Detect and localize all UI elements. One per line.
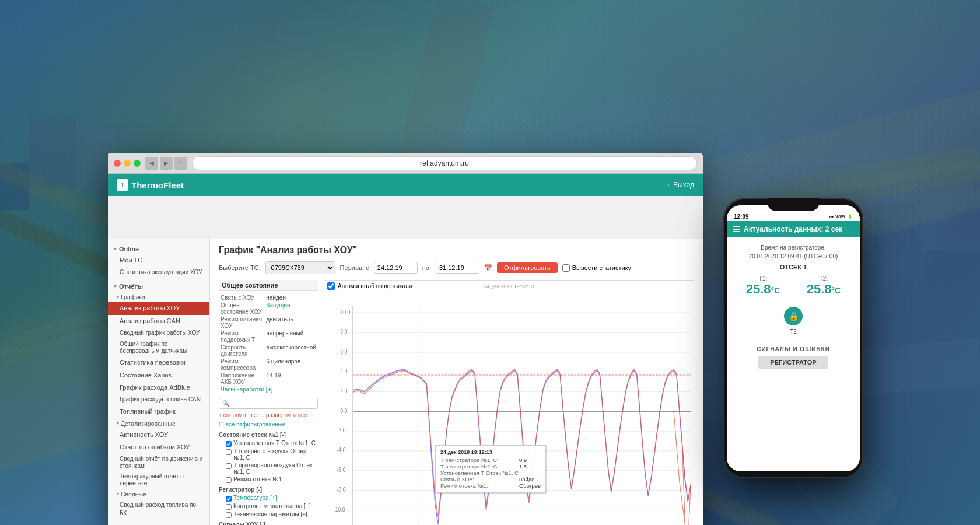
phone-lock-icon: 🔒 (784, 307, 803, 326)
stats-checkbox-label[interactable]: Вывести статистику (562, 264, 631, 272)
sidebar-item-activity[interactable]: Активность ХОУ (108, 429, 209, 441)
date-to-input[interactable] (436, 262, 480, 274)
phone-t1-value: 25.8°C (746, 282, 780, 297)
tree-item-control[interactable]: Контроль вмешательства [+] (219, 502, 318, 510)
svg-rect-5 (922, 187, 980, 251)
sidebar-item-mytc[interactable]: Мои ТС (108, 254, 209, 267)
status-row: Часы наработки [+] (219, 386, 318, 393)
control-checkbox[interactable] (226, 504, 232, 510)
app-logo: T ThermoFleet (117, 179, 184, 191)
temperature-checkbox[interactable] (226, 496, 232, 502)
logout-button[interactable]: → Выход (664, 181, 694, 189)
maximize-dot[interactable] (134, 160, 141, 167)
search-input[interactable] (219, 398, 318, 409)
tc-select[interactable]: 0799СК759 (265, 261, 335, 274)
svg-text:6.0: 6.0 (340, 348, 348, 355)
sidebar-item-fuel-chart[interactable]: Топливный график (108, 405, 209, 418)
filter-actions: ↑ свернуть все ↓ развернуть все (219, 412, 318, 418)
wifi-icon: WiFi (835, 214, 845, 219)
sidebar-item-xarios[interactable]: Состояние Xarios (108, 369, 209, 382)
close-dot[interactable] (114, 160, 121, 167)
tree-item-supply-air[interactable]: Т отпорного воздуха Отсек №1, С (219, 447, 318, 461)
phone-time: 12:09 (734, 214, 749, 220)
tree-item-section-mode[interactable]: Режим отсека №1 (219, 475, 318, 484)
sidebar-item-analysis-can[interactable]: Анализ работы CAN (108, 315, 209, 327)
tree-section-signals[interactable]: Сигналы ХОУ [-] (219, 520, 318, 525)
phone-t2: T2: 25.8°C (807, 275, 841, 297)
tree-item-return-air[interactable]: Т притворного воздуха Отсек №1, С (219, 461, 318, 475)
url-bar[interactable]: ref.advantum.ru (192, 156, 697, 170)
sidebar-header-online[interactable]: Online (108, 244, 209, 254)
svg-rect-1 (29, 117, 76, 187)
sidebar-item-fuel-can[interactable]: График расхода топлива CAN (108, 394, 209, 405)
phone-notch (767, 198, 820, 211)
status-row: Режим питания ХОУ двигатель (219, 316, 318, 330)
sidebar-item-wireless[interactable]: Общий график по беспроводным датчикам (108, 339, 209, 356)
sidebar-item-temp-report[interactable]: Температурный отчёт о перевозке (108, 471, 209, 489)
sidebar-group-detailed[interactable]: Детализированные (108, 418, 209, 429)
forward-button[interactable]: ▶ (160, 157, 173, 170)
stats-checkbox[interactable] (562, 264, 570, 272)
phone-screen: 12:09 ▪▪▪ WiFi 🔋 ☰ Актуальность данных: … (727, 205, 860, 471)
svg-text:10.0: 10.0 (340, 309, 350, 316)
status-row: Скорость двигателя высокоскоростной (219, 344, 318, 358)
chart-area[interactable]: Автомасштаб по вертикали 24 дек 2019 19:… (324, 280, 694, 525)
tree-section-registrator[interactable]: Регистратор [-] (219, 485, 318, 494)
main-content: График "Анализ работы ХОУ" Выберите ТС: … (210, 239, 703, 525)
status-row: Напряжение АКБ ХОУ 14.19 (219, 372, 318, 386)
phone-body: Время на регистраторе: 20.01.2020 12:09:… (727, 237, 860, 471)
sidebar-item-summary-chart[interactable]: Сводный график работы ХОУ (108, 327, 209, 339)
svg-text:2.0: 2.0 (340, 387, 348, 394)
sidebar-group-charts[interactable]: Графики (108, 292, 209, 302)
sidebar-item-errors[interactable]: Отчёт по ошибкам ХОУ (108, 441, 209, 453)
tree-item-tech-params[interactable]: Технические параметры [+] (219, 510, 318, 519)
filter-button[interactable]: Отфильтровать (497, 262, 558, 273)
hamburger-icon[interactable]: ☰ (733, 225, 740, 234)
expand-all-btn[interactable]: ↓ развернуть все (261, 412, 307, 418)
filter-bar: Выберите ТС: 0799СК759 Период: с по: 📅 О… (219, 261, 694, 274)
supply-air-checkbox[interactable] (226, 449, 232, 455)
select-filtered-btn[interactable]: ☐ все отфильтрованные (219, 421, 318, 428)
section-mode-checkbox[interactable] (226, 477, 232, 483)
date-from-input[interactable] (374, 262, 418, 274)
browser-navigation: ◀ ▶ + (145, 157, 187, 170)
sidebar-item-fuel-summary[interactable]: Сводный расход топлива по БК (108, 499, 209, 519)
new-tab-button[interactable]: + (174, 157, 187, 170)
phone-t1: T1: 25.8°C (746, 275, 780, 297)
return-air-checkbox[interactable] (226, 463, 232, 469)
tree-item-temperature[interactable]: Температура [+] (219, 494, 318, 502)
page-title: График "Анализ работы ХОУ" (219, 245, 694, 256)
status-row: Режим компрессора 6 цилиндров (219, 358, 318, 372)
svg-rect-4 (875, 204, 916, 257)
phone-status-icons: ▪▪▪ WiFi 🔋 (829, 214, 853, 219)
svg-text:0.0: 0.0 (340, 407, 348, 414)
tree-item-temp-set[interactable]: Установленная Т Отсек №1, С (219, 439, 318, 447)
temp-set-checkbox[interactable] (226, 441, 232, 447)
minimize-dot[interactable] (124, 160, 131, 167)
tree-section-1[interactable]: Состояние отсек №1 [-] (219, 430, 318, 439)
sidebar-group-summary[interactable]: Сводные (108, 489, 209, 499)
phone-registrator-button[interactable]: РЕГИСТРАТОР (758, 356, 828, 369)
back-button[interactable]: ◀ (145, 157, 158, 170)
sidebar-item-transport-stats[interactable]: Статистика перевозки (108, 356, 209, 369)
sidebar-item-movement[interactable]: Сводный отчёт по движению и стоянкам (108, 454, 209, 471)
autoscale-label: Автомасштаб по вертикали (338, 283, 412, 289)
sidebar-header-reports[interactable]: Отчёты (108, 281, 209, 292)
main-inner: График "Анализ работы ХОУ" Выберите ТС: … (210, 239, 703, 525)
sidebar: Online Мои ТС Статистика эксплуатации ХО… (108, 239, 210, 525)
sidebar-item-adblue[interactable]: График расхода AdBlue (108, 382, 209, 394)
phone-timestamp-value: 20.01.2020 12:09:41 (UTC+07:00) (749, 253, 838, 260)
status-row: Связь с ХОУ найден (219, 294, 318, 302)
svg-rect-3 (0, 163, 29, 210)
deselect-all-btn[interactable]: ↑ свернуть все (219, 412, 258, 418)
autoscale-checkbox[interactable] (327, 282, 335, 290)
phone-app-header: ☰ Актуальность данных: 2 сек (727, 221, 860, 237)
sidebar-item-analysis-hou[interactable]: Анализ работы ХОУ (108, 302, 209, 314)
tech-params-checkbox[interactable] (226, 512, 232, 518)
sidebar-item-stats[interactable]: Статистика эксплуатации ХОУ (108, 267, 209, 278)
sidebar-header-journals[interactable]: Журналы (108, 523, 209, 525)
phone-timestamp-label: Время на регистраторе: 20.01.2020 12:09:… (733, 243, 854, 261)
browser-chrome: ◀ ▶ + ref.advantum.ru (108, 153, 703, 174)
chart-svg: 10.0 8.0 6.0 4.0 2.0 0.0 -2.0 -4.0 -6.0 … (324, 292, 694, 525)
period-label: Период: с (340, 264, 369, 271)
